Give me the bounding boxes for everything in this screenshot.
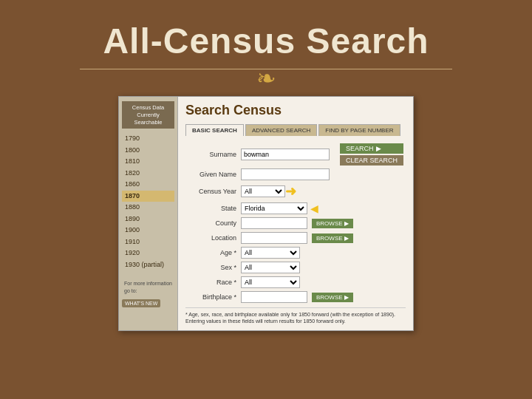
location-input[interactable]	[241, 232, 307, 244]
footnote: * Age, sex, race, and birthplace availab…	[185, 307, 406, 324]
sidebar-year-1820[interactable]: 1820	[122, 168, 174, 180]
county-row: County BROWSE ▶	[185, 217, 406, 229]
given-name-row: Given Name	[185, 168, 406, 180]
sex-label: Sex *	[185, 264, 241, 271]
clear-search-button[interactable]: CLEAR SEARCH	[340, 155, 403, 166]
birthplace-label: Birthplace *	[185, 293, 241, 301]
sidebar-footer-text: For more information go to:	[122, 278, 174, 297]
tab-basic-search[interactable]: BASIC SEARCH	[185, 124, 244, 136]
curl-decoration: ❧	[0, 66, 532, 90]
given-name-label: Given Name	[185, 171, 241, 178]
census-year-select[interactable]: All	[241, 185, 285, 197]
sidebar-year-1910[interactable]: 1910	[122, 236, 174, 248]
arrow-right-icon: ➜	[285, 183, 296, 200]
tab-find-by-page[interactable]: FIND BY PAGE NUMBER	[318, 124, 400, 136]
county-input[interactable]	[241, 217, 307, 229]
state-label: State	[185, 205, 241, 212]
screenshot-container: Census Data Currently Searchable 1790 18…	[118, 96, 414, 331]
whats-new-button[interactable]: WHAT'S NEW	[122, 299, 160, 307]
age-select[interactable]: All	[241, 247, 300, 259]
race-row: Race * All	[185, 276, 406, 288]
tab-advanced-search[interactable]: ADVANCED SEARCH	[245, 124, 317, 136]
surname-input[interactable]	[241, 149, 330, 160]
sidebar-year-1800[interactable]: 1800	[122, 145, 174, 157]
sex-row: Sex * All	[185, 262, 406, 273]
surname-label: Surname	[185, 151, 241, 158]
sidebar-header: Census Data Currently Searchable	[122, 101, 174, 129]
arrow-left-state-icon: ◀	[310, 202, 318, 214]
age-label: Age *	[185, 249, 241, 256]
sidebar-year-1860[interactable]: 1860	[122, 179, 174, 191]
sidebar-year-1810[interactable]: 1810	[122, 156, 174, 168]
sidebar-year-1930[interactable]: 1930 (partial)	[122, 259, 174, 271]
location-row: Location BROWSE ▶	[185, 232, 406, 244]
county-label: County	[185, 219, 241, 227]
census-year-row: Census Year All ➜	[185, 183, 406, 200]
search-button-label: SEARCH	[346, 145, 374, 152]
race-select[interactable]: All	[241, 276, 300, 288]
sex-select[interactable]: All	[241, 262, 300, 273]
given-name-input[interactable]	[241, 168, 330, 180]
race-label: Race *	[185, 279, 241, 286]
age-row: Age * All	[185, 247, 406, 259]
sidebar: Census Data Currently Searchable 1790 18…	[119, 97, 178, 330]
browse-location-button[interactable]: BROWSE ▶	[312, 233, 353, 243]
search-play-icon: ▶	[376, 145, 381, 152]
sidebar-year-1880[interactable]: 1880	[122, 202, 174, 214]
search-button[interactable]: SEARCH ▶	[340, 143, 403, 154]
divider	[80, 69, 452, 69]
state-row: State Florida ◀	[185, 202, 406, 214]
sidebar-year-1790[interactable]: 1790	[122, 133, 174, 145]
browse-county-button[interactable]: BROWSE ▶	[312, 219, 353, 228]
surname-row: Surname SEARCH ▶ CLEAR SEARCH	[185, 143, 406, 166]
sidebar-year-1900[interactable]: 1900	[122, 225, 174, 236]
sidebar-year-1890[interactable]: 1890	[122, 214, 174, 225]
census-year-label: Census Year	[185, 188, 241, 195]
birthplace-row: Birthplace * BROWSE ▶	[185, 291, 406, 303]
birthplace-input[interactable]	[241, 291, 307, 303]
browse-birthplace-button[interactable]: BROWSE ▶	[312, 293, 353, 302]
search-action-col: SEARCH ▶ CLEAR SEARCH	[334, 143, 403, 166]
sidebar-year-1870[interactable]: 1870	[122, 191, 174, 202]
sidebar-year-1920[interactable]: 1920	[122, 248, 174, 259]
state-select[interactable]: Florida	[241, 202, 307, 214]
main-search-panel: Search Census BASIC SEARCH ADVANCED SEAR…	[178, 97, 413, 330]
tab-bar: BASIC SEARCH ADVANCED SEARCH FIND BY PAG…	[185, 124, 406, 136]
main-title: All-Census Search	[0, 0, 532, 61]
location-label: Location	[185, 234, 241, 242]
search-panel-title: Search Census	[185, 103, 406, 118]
